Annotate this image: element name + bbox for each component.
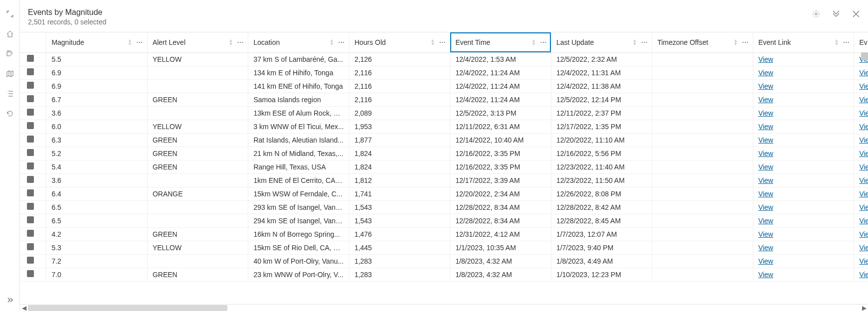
- scroll-left-arrow[interactable]: ◀: [20, 305, 28, 311]
- collapse-icon[interactable]: [832, 10, 840, 18]
- row-checkbox[interactable]: [27, 189, 34, 196]
- column-header-magnitude[interactable]: Magnitude ▲▼ ···: [46, 32, 148, 52]
- table-row[interactable]: 5.4GREENRange Hill, Texas, USA1,82412/16…: [20, 160, 868, 173]
- table-row[interactable]: 6.4ORANGE15km WSW of Ferndale, C...1,741…: [20, 187, 868, 200]
- view-link[interactable]: View: [758, 217, 773, 225]
- view-link[interactable]: View: [758, 176, 773, 184]
- column-menu-icon[interactable]: ···: [439, 39, 446, 46]
- column-menu-icon[interactable]: ···: [339, 39, 345, 46]
- view-link[interactable]: View: [758, 203, 773, 211]
- sort-icon[interactable]: ▲▼: [430, 39, 435, 46]
- view-link[interactable]: View: [758, 257, 773, 265]
- table-row[interactable]: 5.3YELLOW15km SE of Rio Dell, CA, U...1,…: [20, 241, 868, 254]
- table-row[interactable]: 7.0GREEN23 km WNW of Port-Olry, V...1,28…: [20, 268, 868, 281]
- view-link-overflow[interactable]: Vie: [859, 176, 868, 184]
- table-row[interactable]: 3.613km ESE of Alum Rock, C...2,08912/5/…: [20, 106, 868, 120]
- column-header-overflow[interactable]: Ev: [854, 32, 868, 52]
- expand-panel-icon[interactable]: [6, 296, 14, 304]
- sort-icon[interactable]: ▲▼: [228, 39, 233, 46]
- view-link-overflow[interactable]: Vie: [859, 163, 868, 171]
- table-row[interactable]: 6.9134 km E of Hihifo, Tonga2,11612/4/20…: [20, 66, 868, 79]
- view-link-overflow[interactable]: Vie: [859, 203, 868, 211]
- row-checkbox[interactable]: [27, 162, 34, 169]
- row-checkbox[interactable]: [27, 257, 34, 264]
- row-checkbox[interactable]: [27, 109, 34, 116]
- view-link-overflow[interactable]: Vie: [859, 123, 868, 131]
- table-row[interactable]: 7.240 km W of Port-Olry, Vanu...1,2831/8…: [20, 254, 868, 268]
- table-row[interactable]: 6.5293 km SE of Isangel, Vanu...1,54312/…: [20, 200, 868, 214]
- row-checkbox[interactable]: [27, 216, 34, 223]
- expand-icon[interactable]: [6, 10, 14, 18]
- view-link-overflow[interactable]: Vie: [859, 230, 868, 238]
- list-icon[interactable]: [6, 90, 14, 98]
- column-header-event-time[interactable]: Event Time ▲▼ ···: [450, 32, 551, 52]
- view-link-overflow[interactable]: Vie: [859, 69, 868, 77]
- view-link-overflow[interactable]: Vie: [859, 150, 868, 157]
- row-checkbox[interactable]: [27, 149, 34, 156]
- scrollbar-thumb[interactable]: [28, 305, 227, 311]
- view-link[interactable]: View: [758, 69, 773, 77]
- view-link[interactable]: View: [758, 136, 773, 144]
- column-menu-icon[interactable]: ···: [843, 39, 850, 46]
- view-link[interactable]: View: [758, 230, 773, 238]
- row-checkbox[interactable]: [27, 270, 34, 277]
- view-link[interactable]: View: [758, 123, 773, 131]
- row-checkbox[interactable]: [27, 95, 34, 102]
- view-link-overflow[interactable]: Vie: [859, 109, 868, 117]
- column-header-location[interactable]: Location ▲▼ ···: [248, 32, 349, 52]
- home-icon[interactable]: [6, 30, 14, 38]
- view-link[interactable]: View: [758, 150, 773, 157]
- row-checkbox[interactable]: [27, 230, 34, 237]
- sort-icon[interactable]: ▲▼: [128, 39, 132, 46]
- row-checkbox[interactable]: [27, 122, 34, 129]
- row-checkbox[interactable]: [27, 55, 34, 62]
- column-menu-icon[interactable]: ···: [540, 39, 547, 46]
- map-icon[interactable]: [6, 70, 14, 78]
- table-row[interactable]: 6.0YELLOW3 km WNW of El Ticui, Mex...1,9…: [20, 120, 868, 133]
- column-header-event-link[interactable]: Event Link ▲▼ ···: [753, 32, 854, 52]
- table-row[interactable]: 6.5294 km SE of Isangel, Vanu...1,54312/…: [20, 214, 868, 227]
- scrollbar-track[interactable]: [28, 305, 860, 311]
- column-header-last-update[interactable]: Last Update ▲▼ ···: [551, 32, 652, 52]
- scroll-right-arrow[interactable]: ▶: [860, 305, 868, 311]
- row-checkbox[interactable]: [27, 68, 34, 75]
- view-link-overflow[interactable]: Vie: [859, 96, 868, 104]
- row-checkbox[interactable]: [27, 136, 34, 143]
- row-checkbox[interactable]: [27, 176, 34, 183]
- view-link[interactable]: View: [758, 190, 773, 198]
- table-row[interactable]: 4.2GREEN16km N of Borrego Spring...1,476…: [20, 227, 868, 241]
- view-link-overflow[interactable]: Vie: [859, 271, 868, 279]
- close-icon[interactable]: [852, 10, 860, 18]
- column-header-timezone[interactable]: Timezone Offset ▲▼ ···: [652, 32, 753, 52]
- column-menu-icon[interactable]: ···: [742, 39, 749, 46]
- horizontal-scrollbar[interactable]: ◀ ▶: [20, 304, 868, 311]
- view-link-overflow[interactable]: Vie: [859, 257, 868, 265]
- view-link[interactable]: View: [758, 271, 773, 279]
- column-header-hours[interactable]: Hours Old ▲▼ ···: [349, 32, 450, 52]
- sort-icon[interactable]: ▲▼: [632, 39, 637, 46]
- view-link-overflow[interactable]: Vie: [859, 190, 868, 198]
- select-column-header[interactable]: [20, 32, 46, 52]
- view-link-overflow[interactable]: Vie: [859, 217, 868, 225]
- sort-icon[interactable]: ▲▼: [834, 39, 839, 46]
- sort-icon[interactable]: ▲▼: [330, 39, 334, 46]
- table-row[interactable]: 5.5YELLOW37 km S of Lambaréné, Ga...2,12…: [20, 52, 868, 66]
- view-link-overflow[interactable]: Vie: [859, 82, 868, 90]
- refresh-icon[interactable]: [6, 110, 14, 118]
- view-link[interactable]: View: [758, 55, 773, 63]
- view-link-overflow[interactable]: Vie: [859, 244, 868, 252]
- table-row[interactable]: 6.3GREENRat Islands, Aleutian Island...1…: [20, 133, 868, 147]
- tag-icon[interactable]: [6, 50, 14, 58]
- table-row[interactable]: 6.7GREENSamoa Islands region2,11612/4/20…: [20, 93, 868, 106]
- sort-icon[interactable]: ▲▼: [531, 39, 536, 46]
- column-menu-icon[interactable]: ···: [641, 39, 648, 46]
- table-row[interactable]: 6.9141 km ENE of Hihifo, Tonga2,11612/4/…: [20, 79, 868, 93]
- row-checkbox[interactable]: [27, 203, 34, 210]
- view-link[interactable]: View: [758, 244, 773, 252]
- view-link[interactable]: View: [758, 96, 773, 104]
- view-link[interactable]: View: [758, 109, 773, 117]
- column-header-alert[interactable]: Alert Level ▲▼ ···: [147, 32, 248, 52]
- row-checkbox[interactable]: [27, 82, 34, 89]
- view-link[interactable]: View: [758, 82, 773, 90]
- table-row[interactable]: 3.61km ENE of El Cerrito, CA, ...1,81212…: [20, 173, 868, 187]
